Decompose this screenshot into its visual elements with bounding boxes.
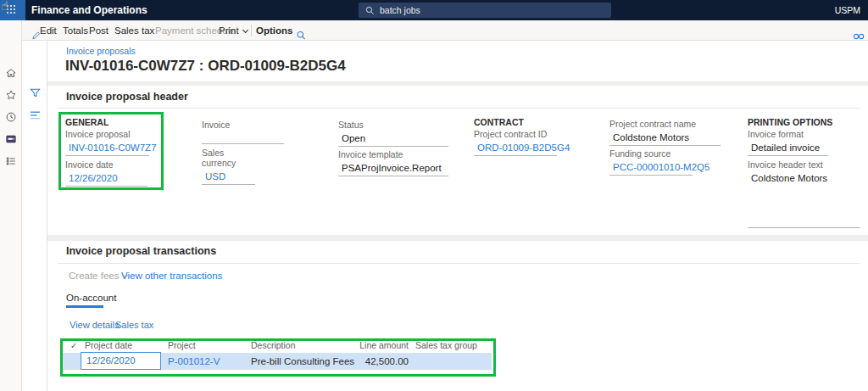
invoice-date-input[interactable]: 12/26/2020 (65, 172, 147, 187)
filter-funnel-icon[interactable] (29, 87, 42, 99)
field-invoice-format: Invoice format Detailed invoice (748, 129, 828, 156)
field-label: Funding source (609, 148, 693, 159)
field-invoice-date: Invoice date 12/26/2020 (65, 159, 147, 187)
edit-button[interactable]: Edit (40, 20, 57, 41)
field-funding-source: Funding source PCC-00001010-M2Q5 (609, 148, 693, 176)
flyout-lines-icon[interactable] (29, 109, 42, 120)
view-other-transactions-link[interactable]: View other transactions (121, 271, 222, 281)
invoice-input[interactable] (202, 132, 284, 144)
app-title: Finance and Operations (31, 0, 147, 20)
field-label: Invoice template (338, 149, 448, 159)
search-text: batch jobs (380, 5, 420, 15)
recent-clock-icon[interactable] (5, 111, 17, 123)
field-label: Invoice format (748, 129, 828, 139)
field-label: Invoice date (65, 159, 147, 170)
field-label: Status (338, 120, 448, 130)
nav-rail (0, 20, 22, 391)
totals-button[interactable]: Totals (63, 20, 88, 41)
field-label: Invoice header text (748, 159, 860, 170)
tab-on-account[interactable]: On-account (66, 293, 116, 303)
field-label: Sales currency (202, 148, 255, 168)
field-label: Invoice (202, 120, 284, 130)
mouse-cursor-icon: ☝ (1, 0, 8, 14)
page-title: INV-01016-C0W7Z7 : ORD-01009-B2D5G4 (65, 58, 346, 75)
field-sales-currency: Sales currency USD (202, 148, 255, 185)
invoice-header-text-input[interactable]: Coldstone Motors (748, 172, 860, 186)
header-section-title[interactable]: Invoice proposal header (66, 91, 188, 103)
chevron-down-icon (242, 27, 248, 33)
invoice-template-input[interactable]: PSAProjInvoice.Report (338, 162, 448, 176)
field-label: Project contract ID (474, 129, 557, 139)
transactions-section-title[interactable]: Invoice proposal transactions (66, 245, 216, 257)
project-contract-name-input[interactable]: Coldstone Motors (609, 131, 721, 146)
select-all-check-icon[interactable]: ✓ (70, 341, 77, 350)
invoice-header-text-underline (748, 227, 860, 228)
section-divider (58, 108, 860, 109)
field-invoice-template: Invoice template PSAProjInvoice.Report (338, 149, 448, 176)
global-search-input[interactable]: batch jobs (359, 3, 611, 18)
project-date-cell[interactable]: 12/26/2020 (81, 352, 161, 370)
active-tab-indicator (66, 305, 103, 308)
search-icon (365, 6, 375, 15)
app-launcher-button[interactable]: ☝ (0, 0, 25, 20)
field-invoice-proposal: Invoice proposal INV-01016-C0W7Z7 (65, 129, 149, 156)
toolbar-separator (251, 25, 252, 36)
invoice-proposal-link[interactable]: INV-01016-C0W7Z7 (65, 142, 149, 156)
post-button[interactable]: Post (89, 20, 108, 41)
group-printing-options: PRINTING OPTIONS (748, 117, 832, 127)
col-line-amount[interactable]: Line amount (339, 340, 409, 350)
field-label: Project contract name (609, 119, 721, 129)
funding-source-link[interactable]: PCC-00001010-M2Q5 (609, 161, 693, 176)
filter-gutter (22, 41, 47, 391)
modules-list-icon[interactable] (5, 155, 17, 167)
group-general: GENERAL (65, 117, 108, 127)
top-navbar: ☝ Finance and Operations batch jobs USPM (0, 0, 868, 20)
workspace-tile-icon[interactable] (5, 133, 17, 145)
status-value: Open (338, 132, 448, 147)
section-divider (58, 263, 860, 264)
create-fees-button: Create fees (69, 271, 127, 281)
project-cell-link[interactable]: P-001012-V (168, 356, 220, 366)
group-contract: CONTRACT (474, 117, 524, 127)
print-menu-button[interactable]: Print (219, 20, 248, 41)
line-amount-cell: 42,500.00 (339, 356, 409, 366)
sales-tax-button[interactable]: Sales tax (114, 20, 154, 41)
breadcrumb[interactable]: Invoice proposals (66, 46, 136, 56)
sales-currency-link[interactable]: USD (202, 170, 255, 185)
company-badge[interactable]: USPM (835, 0, 860, 20)
field-label: Invoice proposal (65, 129, 149, 139)
favorites-star-icon[interactable] (5, 89, 17, 101)
field-project-contract-id: Project contract ID ORD-01009-B2D5G4 (474, 129, 557, 156)
field-status: Status Open (338, 120, 448, 147)
field-project-contract-name: Project contract name Coldstone Motors (609, 119, 721, 146)
action-pane: Edit Totals Post Sales tax Payment sched… (22, 20, 868, 41)
field-invoice-header-text: Invoice header text Coldstone Motors (748, 159, 860, 186)
options-button[interactable]: Options (256, 20, 292, 41)
project-contract-id-link[interactable]: ORD-01009-B2D5G4 (474, 142, 557, 156)
col-sales-tax-group[interactable]: Sales tax group (415, 340, 477, 350)
col-project[interactable]: Project (168, 340, 196, 350)
app-window: ☝ Finance and Operations batch jobs USPM… (0, 0, 868, 391)
invoice-format-input[interactable]: Detailed invoice (748, 142, 828, 156)
col-description[interactable]: Description (251, 340, 296, 350)
view-details-link[interactable]: View details (70, 320, 120, 330)
col-project-date[interactable]: Project date (85, 340, 132, 350)
home-icon[interactable] (5, 67, 17, 79)
sales-tax-link[interactable]: Sales tax (115, 320, 153, 330)
field-invoice: Invoice (202, 120, 284, 144)
